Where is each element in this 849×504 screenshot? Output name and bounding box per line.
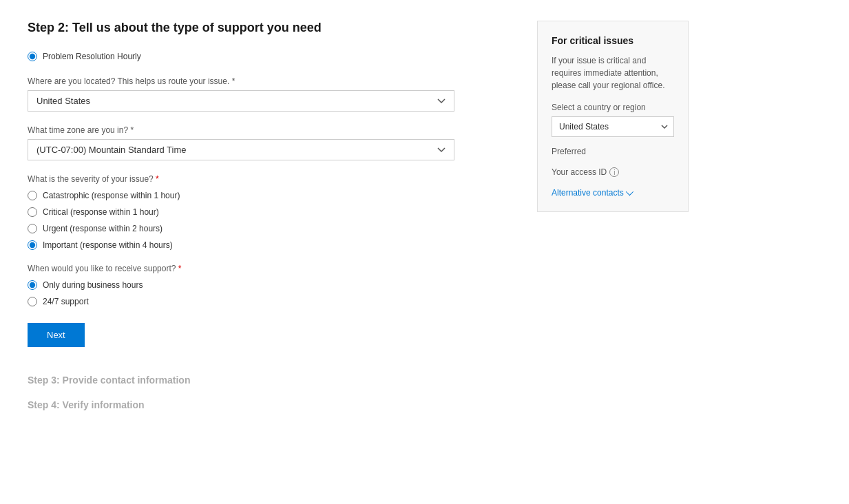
main-content: Step 2: Tell us about the type of suppor… (28, 21, 510, 424)
location-field-group: Where are you located? This helps us rou… (28, 76, 510, 112)
severity-catastrophic: Catastrophic (response within 1 hour) (28, 191, 510, 200)
support-247-label: 24/7 support (43, 297, 89, 306)
severity-urgent-radio[interactable] (28, 224, 37, 233)
sidebar-description: If your issue is critical and requires i… (552, 54, 674, 92)
support-hours-section: When would you like to receive support? … (28, 264, 510, 306)
future-steps: Step 3: Provide contact information Step… (28, 375, 510, 410)
severity-urgent-label: Urgent (response within 2 hours) (43, 224, 163, 233)
severity-section: What is the severity of your issue? * Ca… (28, 174, 510, 250)
step4-label: Step 4: Verify information (28, 399, 510, 410)
page-title: Step 2: Tell us about the type of suppor… (28, 21, 510, 35)
support-type-label: Problem Resolution Hourly (43, 52, 141, 61)
support-247: 24/7 support (28, 297, 510, 306)
support-hours-label: When would you like to receive support? … (28, 264, 510, 273)
severity-catastrophic-radio[interactable] (28, 191, 37, 200)
timezone-field-group: What time zone are you in? * (UTC-07:00)… (28, 125, 510, 160)
severity-important-radio[interactable] (28, 240, 37, 250)
step3-label: Step 3: Provide contact information (28, 375, 510, 386)
severity-important: Important (response within 4 hours) (28, 240, 510, 250)
timezone-dropdown[interactable]: (UTC-07:00) Mountain Standard Time (UTC-… (28, 139, 454, 160)
severity-critical: Critical (response within 1 hour) (28, 207, 510, 217)
support-type-radio[interactable] (28, 52, 37, 61)
alternative-contacts-link[interactable]: Alternative contacts (552, 188, 674, 198)
timezone-label: What time zone are you in? * (28, 125, 510, 135)
sidebar-country-label: Select a country or region (552, 103, 674, 112)
sidebar: For critical issues If your issue is cri… (537, 21, 689, 212)
location-label: Where are you located? This helps us rou… (28, 76, 510, 86)
severity-catastrophic-label: Catastrophic (response within 1 hour) (43, 191, 180, 200)
location-required: * (232, 76, 235, 86)
sidebar-access-id: Your access ID i (552, 167, 674, 177)
alt-contacts-chevron-icon (625, 188, 633, 196)
severity-label: What is the severity of your issue? * (28, 174, 510, 184)
next-button[interactable]: Next (28, 323, 85, 347)
severity-important-label: Important (response within 4 hours) (43, 240, 173, 250)
severity-critical-label: Critical (response within 1 hour) (43, 207, 159, 217)
support-type-group: Problem Resolution Hourly (28, 52, 510, 61)
sidebar-country-dropdown[interactable]: United States Canada United Kingdom (552, 116, 674, 137)
support-business-hours: Only during business hours (28, 280, 510, 290)
support-247-radio[interactable] (28, 297, 37, 306)
access-id-info-icon[interactable]: i (609, 167, 619, 177)
severity-critical-radio[interactable] (28, 207, 37, 217)
timezone-required: * (130, 125, 134, 135)
support-business-hours-label: Only during business hours (43, 280, 143, 290)
location-dropdown[interactable]: United States Canada United Kingdom Aust… (28, 90, 454, 112)
severity-urgent: Urgent (response within 2 hours) (28, 224, 510, 233)
sidebar-preferred-label: Preferred (552, 147, 674, 156)
support-business-hours-radio[interactable] (28, 280, 37, 290)
sidebar-title: For critical issues (552, 35, 674, 46)
